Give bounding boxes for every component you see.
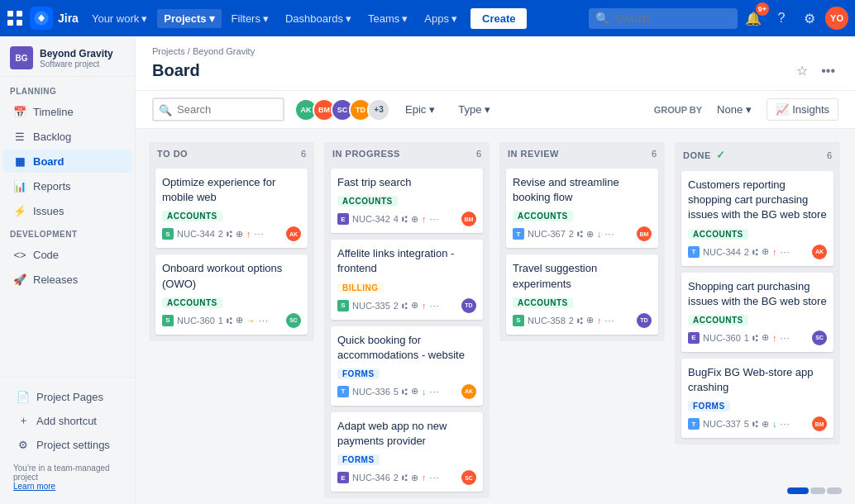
card-dots[interactable]: ··· (429, 214, 439, 224)
attachment-icon: ⊕ (236, 229, 243, 240)
card-assignee-avatar[interactable]: AK (286, 226, 301, 241)
card-dots[interactable]: ··· (780, 333, 790, 343)
sidebar-item-backlog[interactable]: ☰ Backlog (3, 125, 131, 148)
apps-menu[interactable]: Apps ▾ (418, 9, 464, 28)
teams-menu[interactable]: Teams ▾ (361, 9, 414, 28)
page-dot-2[interactable] (810, 487, 825, 494)
sidebar-item-timeline[interactable]: 📅 Timeline (3, 100, 131, 123)
card[interactable]: Adapt web app no new payments provider F… (331, 412, 483, 492)
card-assignee-avatar[interactable]: AK (812, 245, 827, 259)
card[interactable]: Onboard workout options (OWO) ACCOUNTS S… (155, 254, 308, 334)
card-tag: ACCOUNTS (162, 297, 222, 308)
filters-menu[interactable]: Filters ▾ (225, 9, 275, 28)
card-title: Affelite links integration - frontend (337, 246, 476, 276)
user-avatar[interactable]: YO (825, 7, 848, 30)
priority-icon: ↑ (772, 333, 777, 343)
link-icon: ⑆ (752, 419, 758, 429)
card[interactable]: Fast trip search ACCOUNTS E NUC-342 4 ⑆ … (331, 169, 483, 233)
sidebar-item-code[interactable]: <> Code (3, 243, 131, 266)
card-title: Optimize experience for mobile web (162, 175, 301, 205)
card-meta: S NUC-335 2 ⑆ ⊕ ↑ ··· TD (337, 298, 476, 313)
card-dots[interactable]: ··· (429, 387, 439, 397)
type-filter-button[interactable]: Type ▾ (450, 99, 499, 120)
card[interactable]: Optimize experience for mobile web ACCOU… (155, 169, 308, 248)
board-search-input[interactable] (152, 97, 284, 121)
card-assignee-avatar[interactable]: TD (637, 313, 652, 328)
sidebar-item-add-shortcut[interactable]: ＋ Add shortcut (7, 409, 128, 432)
card-assignee-avatar[interactable]: SC (812, 330, 827, 345)
create-button[interactable]: Create (470, 8, 527, 29)
card-dots[interactable]: ··· (259, 316, 269, 326)
epic-filter-button[interactable]: Epic ▾ (397, 99, 443, 120)
card[interactable]: Affelite links integration - frontend BI… (331, 240, 483, 319)
breadcrumb-project[interactable]: Beyond Gravity (193, 46, 255, 56)
star-button[interactable]: ☆ (793, 59, 811, 82)
help-button[interactable]: ? (769, 6, 794, 31)
avatar-overflow[interactable]: +3 (367, 98, 390, 121)
card[interactable]: Revise and streamline booking flow ACCOU… (506, 169, 658, 248)
card-tag: FORMS (337, 454, 380, 465)
card-assignee-avatar[interactable]: BM (461, 212, 476, 226)
card[interactable]: BugFix BG Web-store app crashing FORMS T… (681, 359, 834, 438)
card-assignee-avatar[interactable]: BM (637, 226, 652, 241)
priority-icon: → (246, 316, 256, 326)
card-assignee-avatar[interactable]: SC (286, 313, 301, 328)
card-tag: ACCOUNTS (513, 297, 573, 308)
link-icon: ⑆ (402, 473, 408, 483)
sidebar-item-issues[interactable]: ⚡ Issues (3, 199, 131, 222)
card-dots[interactable]: ··· (604, 316, 614, 326)
planning-section-label: PLANNING (0, 80, 135, 99)
priority-icon: ↓ (772, 419, 777, 429)
card-dots[interactable]: ··· (429, 473, 439, 483)
card-assignee-avatar[interactable]: SC (461, 470, 476, 485)
insights-button[interactable]: 📈 Insights (767, 98, 838, 121)
sidebar-item-project-pages[interactable]: 📄 Project Pages (7, 385, 128, 408)
sidebar-item-project-settings[interactable]: ⚙ Project settings (7, 433, 128, 456)
card[interactable]: Travel suggestion experiments ACCOUNTS S… (506, 254, 658, 334)
page-dot-1[interactable] (787, 487, 809, 494)
group-by-dropdown[interactable]: None ▾ (709, 99, 760, 120)
card-type-icon: S (162, 228, 174, 240)
column-count-inreview: 6 (652, 149, 657, 159)
card[interactable]: Shopping cart purchasing issues with the… (681, 273, 834, 352)
card-num: 2 (569, 229, 574, 239)
card-tag: FORMS (688, 401, 730, 411)
dashboards-menu[interactable]: Dashboards ▾ (279, 9, 358, 28)
search-input[interactable] (589, 8, 738, 29)
card-dots[interactable]: ··· (780, 247, 790, 257)
card-dots[interactable]: ··· (429, 301, 439, 311)
priority-icon: ↓ (597, 229, 602, 239)
projects-menu[interactable]: Projects ▾ (157, 9, 221, 28)
card-id: NUC-335 (352, 301, 390, 311)
card-type-icon: T (513, 228, 524, 240)
breadcrumb-projects[interactable]: Projects (152, 46, 185, 56)
app-grid-icon[interactable] (7, 10, 23, 26)
notifications-button[interactable]: 🔔 9+ (741, 6, 766, 31)
svg-rect-1 (17, 11, 22, 17)
releases-icon: 🚀 (13, 273, 26, 286)
settings-button[interactable]: ⚙ (797, 6, 822, 31)
card[interactable]: Customers reporting shopping cart purcha… (681, 171, 834, 266)
column-inprogress: IN PROGRESS 6 Fast trip search ACCOUNTS … (324, 142, 490, 498)
search-wrap: 🔍 (589, 8, 738, 29)
card-assignee-avatar[interactable]: TD (461, 298, 476, 313)
card-dots[interactable]: ··· (780, 419, 790, 429)
sidebar-item-releases[interactable]: 🚀 Releases (3, 268, 131, 291)
more-options-button[interactable]: ••• (818, 59, 838, 82)
card-assignee-avatar[interactable]: AK (461, 384, 476, 399)
learn-more-link[interactable]: Learn more (13, 482, 55, 491)
card-type-icon: S (337, 300, 349, 311)
sidebar-item-board[interactable]: ▦ Board (3, 150, 131, 173)
card[interactable]: Quick booking for accommodations - websi… (331, 326, 483, 406)
jira-logo[interactable]: Jira (30, 7, 79, 30)
backlog-icon: ☰ (13, 130, 26, 143)
card-title: Quick booking for accommodations - websi… (337, 333, 476, 363)
sidebar-item-reports[interactable]: 📊 Reports (3, 174, 131, 197)
card-dots[interactable]: ··· (254, 229, 264, 239)
page-dot-3[interactable] (827, 487, 842, 494)
card-type-icon: E (337, 213, 349, 225)
card-assignee-avatar[interactable]: BM (812, 416, 827, 431)
your-work-menu[interactable]: Your work ▾ (85, 9, 154, 28)
link-icon: ⑆ (577, 229, 583, 239)
card-dots[interactable]: ··· (604, 229, 614, 239)
